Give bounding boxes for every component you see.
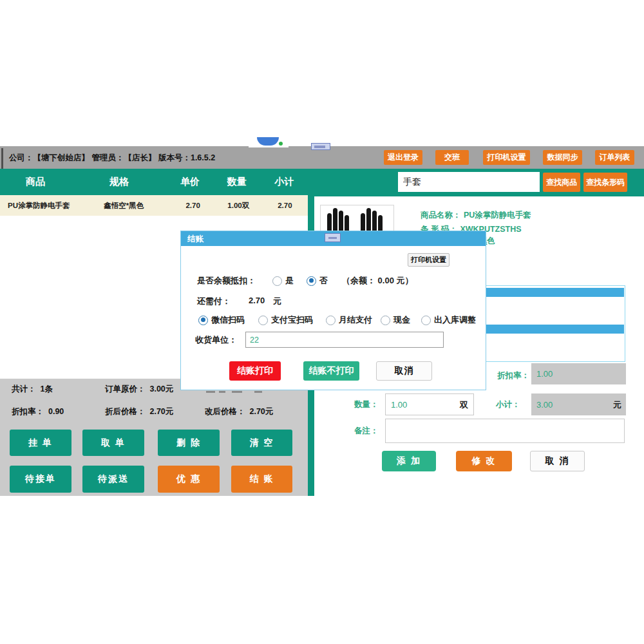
- modal-title: 结账: [187, 234, 204, 245]
- search-bar-area: 查找商品 查找条形码: [308, 169, 644, 196]
- pending-dispatch-button[interactable]: 待派送: [82, 466, 144, 493]
- due-unit: 元: [273, 296, 281, 307]
- green-dot-icon: [279, 142, 283, 146]
- search-input[interactable]: [398, 172, 540, 192]
- payment-option-alipay[interactable]: 支付宝扫码: [258, 314, 313, 326]
- hold-order-button[interactable]: 挂 单: [10, 430, 71, 456]
- modal-cancel-button[interactable]: 取消: [376, 361, 432, 381]
- col-spec: 规格: [71, 169, 167, 195]
- note-input[interactable]: [385, 419, 625, 443]
- discount-rate-field: 1.00: [531, 363, 626, 384]
- obscured-text-fragment: [206, 391, 215, 393]
- discount-button[interactable]: 优 惠: [158, 466, 220, 493]
- obscured-text-fragment: [219, 391, 225, 393]
- payment-option-monthly[interactable]: 月结支付: [326, 314, 372, 326]
- cell-product: PU涂掌防静电手套: [0, 195, 77, 216]
- order-summary-panel: 共计： 1条 订单原价： 3.00元 折扣率： 0.90 折后价格： 2.70元…: [0, 379, 308, 496]
- obscured-text-fragment: [254, 391, 262, 393]
- printer-settings-button[interactable]: 打印机设置: [483, 150, 530, 165]
- delete-button[interactable]: 删 除: [158, 430, 220, 456]
- summary-original: 订单原价： 3.00元: [105, 384, 173, 395]
- discount-rate-label: 折扣率：: [497, 370, 529, 381]
- product-name-value: PU涂掌防静电手套: [464, 211, 531, 220]
- cell-spec: 鑫悟空*黑色: [77, 195, 171, 216]
- cell-qty: 1.00双: [215, 195, 262, 216]
- product-name-row: 商品名称： PU涂掌防静电手套: [421, 209, 531, 221]
- radio-icon[interactable]: [307, 276, 316, 286]
- due-label: 还需付：: [197, 296, 231, 307]
- retrieve-order-button[interactable]: 取 单: [82, 430, 144, 456]
- quantity-unit: 双: [460, 399, 468, 411]
- col-product: 商品: [0, 169, 71, 195]
- subtotal-unit: 元: [613, 399, 621, 411]
- summary-discounted-price: 折后价格： 2.70元: [105, 406, 173, 417]
- receiver-input[interactable]: [245, 332, 444, 348]
- cell-price: 2.70: [171, 195, 214, 216]
- shift-change-button[interactable]: 交班: [435, 150, 469, 165]
- pay-print-button[interactable]: 结账打印: [229, 361, 281, 381]
- clear-button[interactable]: 清 空: [231, 430, 292, 456]
- modal-printer-settings-button[interactable]: 打印机设置: [408, 253, 450, 267]
- company-info: 公司：【塘下创始店】 管理员：【店长】 版本号：1.6.5.2: [9, 153, 215, 164]
- payment-option-wechat[interactable]: 微信扫码: [198, 314, 245, 326]
- add-button[interactable]: 添 加: [382, 451, 436, 471]
- col-subtotal: 小计: [261, 169, 308, 195]
- checkout-modal: 结账 打印机设置 是否余额抵扣： 是 否 （余额： 0.00 元） 还需付： 2…: [180, 231, 486, 390]
- pending-accept-button[interactable]: 待接单: [10, 466, 71, 493]
- cell-subtotal: 2.70: [262, 195, 308, 216]
- modify-button[interactable]: 修 改: [456, 451, 512, 471]
- checkout-button[interactable]: 结 账: [231, 466, 292, 493]
- radio-icon[interactable]: [272, 276, 282, 286]
- minimize-icon: [328, 237, 337, 239]
- cart-table-header: 商品 规格 单价 数量 小计: [0, 169, 308, 195]
- receiver-label: 收货单位：: [195, 334, 237, 346]
- balance-option-yes[interactable]: 是: [272, 275, 294, 287]
- find-barcode-button[interactable]: 查找条形码: [583, 173, 627, 192]
- radio-icon[interactable]: [258, 316, 268, 325]
- radio-icon[interactable]: [381, 316, 390, 325]
- quantity-label: 数量：: [354, 399, 379, 410]
- summary-discount-rate: 折扣率： 0.90: [12, 406, 64, 417]
- balance-option-no[interactable]: 否: [307, 275, 328, 287]
- pay-no-print-button[interactable]: 结账不打印: [303, 361, 359, 381]
- subtotal-field: 3.00: [531, 393, 626, 415]
- product-name-label: 商品名称：: [421, 211, 461, 220]
- balance-label: 是否余额抵扣：: [197, 275, 256, 287]
- col-price: 单价: [167, 169, 213, 195]
- note-label: 备注：: [354, 426, 379, 437]
- payment-option-inventory-adjust[interactable]: 出入库调整: [421, 314, 476, 326]
- obscured-text-fragment: [232, 391, 242, 393]
- radio-icon[interactable]: [421, 316, 431, 325]
- floating-app-icon-fragment: [249, 131, 289, 147]
- minimize-icon: [314, 146, 325, 148]
- due-value: 2.70: [249, 296, 265, 305]
- minimized-window-fragment[interactable]: [311, 143, 330, 150]
- balance-note: （余额： 0.00 元）: [342, 275, 413, 287]
- find-product-button[interactable]: 查找商品: [543, 173, 580, 192]
- col-qty: 数量: [213, 169, 261, 195]
- discount-rate-value: 1.00: [536, 369, 553, 379]
- payment-option-cash[interactable]: 现金: [381, 314, 410, 326]
- summary-total: 共计： 1条: [12, 384, 53, 395]
- radio-icon[interactable]: [198, 316, 208, 325]
- radio-icon[interactable]: [326, 316, 336, 325]
- cart-table-row[interactable]: PU涂掌防静电手套 鑫悟空*黑色 2.70 1.00双 2.70: [0, 195, 308, 216]
- window-left-border: [1, 148, 3, 169]
- order-list-button[interactable]: 订单列表: [595, 150, 634, 165]
- summary-changed-price: 改后价格： 2.70元: [205, 406, 273, 417]
- data-sync-button[interactable]: 数据同步: [543, 150, 582, 165]
- logout-button[interactable]: 退出登录: [384, 150, 422, 165]
- edit-cancel-button[interactable]: 取 消: [530, 451, 585, 471]
- pos-app: 公司：【塘下创始店】 管理员：【店长】 版本号：1.6.5.2 退出登录 交班 …: [0, 0, 644, 644]
- minimized-window-fragment-2[interactable]: [325, 233, 341, 242]
- subtotal-label: 小计：: [496, 399, 520, 410]
- app-logo-icon: [257, 137, 279, 146]
- subtotal-value: 3.00: [536, 400, 553, 410]
